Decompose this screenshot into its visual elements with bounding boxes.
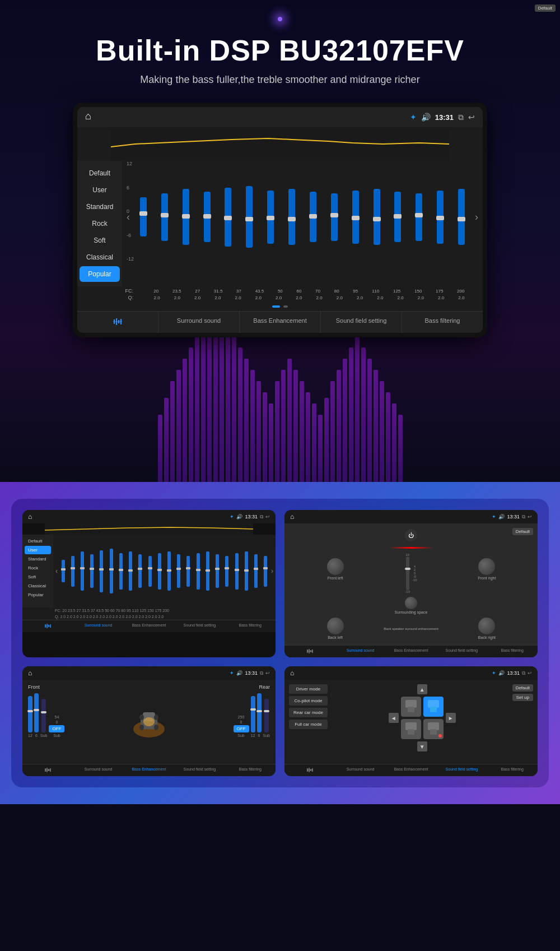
preset-classical[interactable]: Classical: [80, 249, 120, 265]
mini-tab-icon-4[interactable]: [284, 764, 335, 776]
mini-preset-standard[interactable]: Standard: [25, 555, 51, 563]
topbar-left: ⌂: [85, 110, 99, 124]
sfs-arrow-down[interactable]: ▼: [417, 741, 427, 751]
mini-tab-bass-1[interactable]: Bass Enhancement: [124, 620, 174, 632]
mini-bar-19[interactable]: [245, 551, 248, 591]
rear-track-1[interactable]: [251, 696, 255, 732]
power-btn[interactable]: ⏻: [405, 529, 417, 541]
mini-tab-surround-1[interactable]: Surround sound: [73, 620, 123, 632]
mini-tab-filtering-1[interactable]: Bass filtering: [225, 620, 276, 632]
mini-bar-16[interactable]: [216, 554, 219, 588]
mini-tab-bass-4[interactable]: Bass Enhancement: [386, 764, 436, 776]
mini-bar-3[interactable]: [90, 554, 94, 588]
window-icon[interactable]: ⧉: [458, 113, 464, 122]
front-track-1[interactable]: [28, 696, 32, 732]
mini-tab-filtering-4[interactable]: Bass filtering: [487, 764, 538, 776]
mini-tab-icon-1[interactable]: [22, 620, 73, 632]
device-tabbar: Surround sound Bass Enhancement Sound fi…: [77, 311, 483, 333]
preset-popular[interactable]: Popular: [80, 266, 120, 282]
mini-tab-surround-4[interactable]: Surround sound: [335, 764, 385, 776]
mini-preset-default[interactable]: Default: [25, 537, 51, 545]
mini-tab-bass-3[interactable]: Bass Enhancement: [124, 764, 174, 776]
mini-tab-soundfield-3[interactable]: Sound field setting: [174, 764, 225, 776]
mini-bar-14[interactable]: [197, 553, 200, 590]
tab-bass-enhancement[interactable]: Bass Enhancement: [240, 312, 321, 333]
preset-rock[interactable]: Rock: [80, 216, 120, 231]
preset-soft[interactable]: Soft: [80, 233, 120, 248]
bass-header: Front Default Rear: [28, 684, 270, 690]
sfs-default-btn[interactable]: Default: [512, 684, 533, 692]
preset-standard[interactable]: Standard: [80, 199, 120, 215]
preset-default[interactable]: Default: [80, 165, 120, 181]
mini-tab-filtering-2[interactable]: Bass filtering: [487, 646, 538, 657]
mini-bar-21[interactable]: [264, 556, 267, 587]
mini-tab-bass-2[interactable]: Bass Enhancement: [386, 646, 436, 657]
sfs-arrow-left[interactable]: ◄: [389, 713, 399, 723]
mini-next-1[interactable]: ›: [271, 567, 273, 575]
mini-bar-9[interactable]: [148, 556, 152, 587]
mini-tab-icon-2[interactable]: [284, 646, 335, 657]
home-icon[interactable]: ⌂: [85, 110, 99, 124]
hero-title: Built-in DSP BU32107EFV: [96, 34, 464, 67]
mini-preset-soft[interactable]: Soft: [25, 573, 51, 581]
mini-bar-8[interactable]: [138, 554, 142, 588]
seat-rear-left[interactable]: [401, 719, 421, 739]
back-icon[interactable]: ↩: [468, 113, 475, 122]
sfs-setup-btn[interactable]: Set up: [512, 694, 533, 701]
mini-tab-surround-3[interactable]: Surround sound: [73, 764, 123, 776]
mini-tab-icon-3[interactable]: [22, 764, 73, 776]
tab-bass-filtering[interactable]: Bass filtering: [402, 312, 483, 333]
topbar-time: 13:31: [435, 113, 454, 122]
mini-bar-0[interactable]: [62, 560, 65, 582]
seat-rear-right[interactable]: [423, 719, 444, 739]
mini-bar-10[interactable]: [158, 553, 161, 590]
mini-preset-classical[interactable]: Classical: [25, 582, 51, 590]
mini-prev-1[interactable]: ‹: [55, 567, 58, 575]
mini-tab-soundfield-2[interactable]: Sound field setting: [436, 646, 487, 657]
sf-default-btn[interactable]: Default: [512, 528, 533, 535]
mini-bar-2[interactable]: [81, 551, 84, 591]
mini-preset-rock[interactable]: Rock: [25, 564, 51, 572]
mini-bar-15[interactable]: [206, 551, 209, 591]
mini-bar-4[interactable]: [100, 550, 103, 592]
mini-preset-popular[interactable]: Popular: [25, 591, 51, 599]
sfs-arrow-right[interactable]: ►: [446, 713, 456, 723]
mini-tab-soundfield-4[interactable]: Sound field setting: [436, 764, 487, 776]
tab-surround-sound[interactable]: Surround sound: [158, 312, 240, 333]
mini-tab-filtering-3[interactable]: Bass filtering: [225, 764, 276, 776]
seat-copilot[interactable]: [423, 697, 444, 717]
hero-subtitle: Making the bass fuller,the treble smooth…: [140, 74, 419, 86]
mini-bar-1[interactable]: [71, 556, 74, 587]
sfs-arrow-up[interactable]: ▲: [417, 684, 427, 694]
mini-bar-11[interactable]: [167, 551, 171, 591]
rear-track-3[interactable]: [264, 699, 269, 732]
tab-sound-field[interactable]: Sound field setting: [321, 312, 402, 333]
mini-bar-20[interactable]: [254, 554, 258, 588]
copilot-mode-btn[interactable]: Co-pilot mode: [289, 696, 328, 706]
preset-user[interactable]: User: [80, 182, 120, 198]
front-track-2[interactable]: [34, 693, 39, 732]
mini-bar-5[interactable]: [110, 549, 113, 593]
mini-tab-soundfield-1[interactable]: Sound field setting: [174, 620, 225, 632]
mini-bar-18[interactable]: [235, 553, 239, 590]
seat-driver[interactable]: [401, 697, 421, 717]
mini-bar-13[interactable]: [186, 556, 190, 587]
hero-section: Built-in DSP BU32107EFV Making the bass …: [0, 0, 560, 482]
front-track-3[interactable]: [41, 699, 46, 732]
rear-track-2[interactable]: [257, 693, 262, 732]
mini-bar-6[interactable]: [119, 553, 123, 590]
eq-next-arrow[interactable]: ›: [473, 211, 480, 223]
mini-bar-7[interactable]: [129, 551, 132, 591]
rear-mode-btn[interactable]: Rear car mode: [289, 708, 328, 717]
mini-preset-user[interactable]: User: [25, 546, 51, 554]
mini-bar-17[interactable]: [225, 556, 228, 587]
front-off-btn[interactable]: OFF: [49, 725, 64, 732]
svg-rect-28: [405, 700, 417, 708]
driver-mode-btn[interactable]: Driver mode: [289, 684, 328, 694]
rear-off-btn[interactable]: OFF: [234, 725, 249, 732]
mini-tab-surround-2[interactable]: Surround sound: [335, 646, 385, 657]
vslider-track-1[interactable]: [406, 556, 409, 590]
tab-eq-icon[interactable]: [77, 312, 158, 333]
mini-bar-12[interactable]: [177, 554, 180, 588]
fullcar-mode-btn[interactable]: Full car mode: [289, 720, 328, 729]
